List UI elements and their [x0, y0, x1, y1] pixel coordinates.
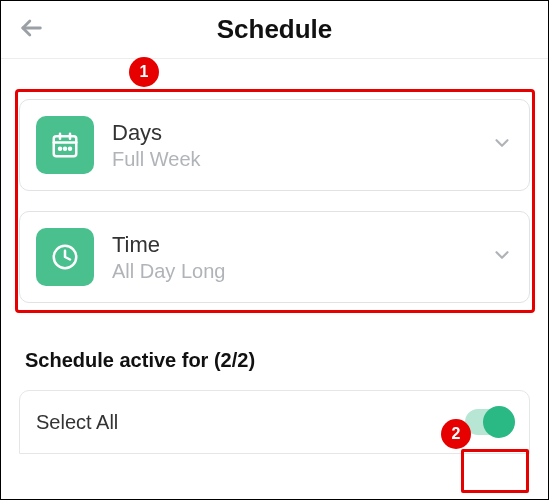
time-subtitle: All Day Long [112, 260, 491, 283]
svg-rect-1 [54, 136, 77, 156]
days-card[interactable]: Days Full Week [19, 99, 530, 191]
time-card[interactable]: Time All Day Long [19, 211, 530, 303]
arrow-left-icon [17, 14, 45, 42]
select-all-toggle[interactable] [465, 409, 513, 435]
annotation-box-2 [461, 449, 529, 493]
schedule-cards: Days Full Week Time All Day Long [1, 99, 548, 303]
select-all-label: Select All [36, 411, 118, 434]
days-card-texts: Days Full Week [94, 120, 491, 171]
svg-point-5 [59, 148, 61, 150]
back-button[interactable] [17, 14, 45, 46]
svg-point-6 [64, 148, 66, 150]
select-all-row: Select All [19, 390, 530, 454]
chevron-down-icon [491, 132, 513, 158]
page-title: Schedule [217, 14, 333, 45]
calendar-icon [36, 116, 94, 174]
chevron-down-icon [491, 244, 513, 270]
clock-icon [36, 228, 94, 286]
annotation-badge-1: 1 [129, 57, 159, 87]
time-card-texts: Time All Day Long [94, 232, 491, 283]
days-title: Days [112, 120, 491, 146]
toggle-knob [483, 406, 515, 438]
time-title: Time [112, 232, 491, 258]
section-heading: Schedule active for (2/2) [1, 349, 548, 372]
header: Schedule [1, 1, 548, 59]
svg-point-7 [69, 148, 71, 150]
days-subtitle: Full Week [112, 148, 491, 171]
